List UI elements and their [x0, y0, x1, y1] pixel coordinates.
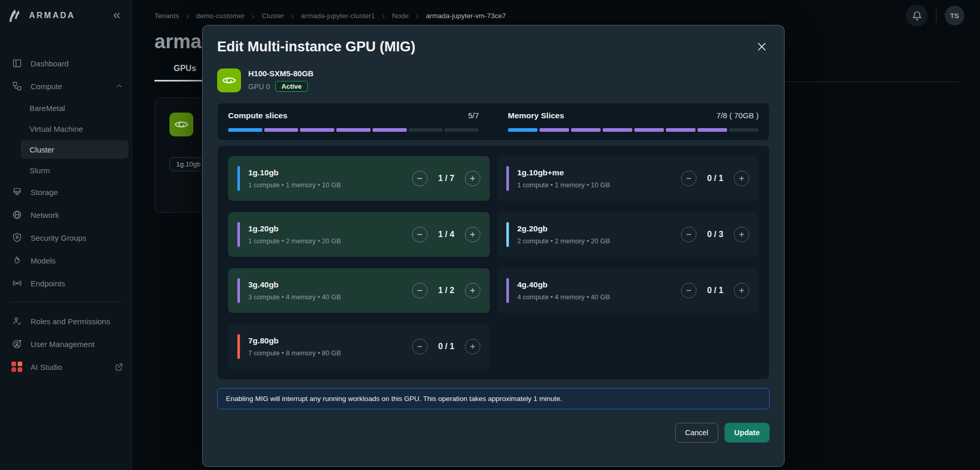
increment-button[interactable] — [465, 171, 480, 186]
notifications-button[interactable] — [906, 5, 928, 26]
sidebar-item-slurm[interactable]: Slurm — [0, 160, 132, 181]
compute-icon — [11, 81, 22, 92]
memory-slices-value: 7/8 ( 70GB ) — [716, 111, 759, 120]
slice-accent-bar — [237, 334, 240, 359]
slice-stepper: 0 / 1 — [412, 339, 480, 354]
minus-icon — [416, 175, 423, 182]
slice-count: 1 / 7 — [432, 174, 461, 183]
brand: ARMADA — [0, 0, 132, 31]
decrement-button[interactable] — [412, 227, 428, 242]
sidebar-item-label: Network — [31, 211, 59, 219]
usage-segment — [336, 128, 371, 132]
slice-stepper: 1 / 7 — [412, 171, 480, 186]
sidebar-item-models[interactable]: Models — [0, 249, 132, 272]
armada-logo-icon — [8, 8, 24, 23]
dashboard-icon — [11, 58, 22, 69]
sidebar-item-label: Cluster — [30, 145, 54, 154]
sidebar-nav: Dashboard Compute BareMetal Virtual Mach… — [0, 31, 132, 378]
increment-button[interactable] — [465, 283, 480, 298]
cancel-button[interactable]: Cancel — [675, 423, 718, 443]
chevron-right-icon — [186, 11, 189, 20]
memory-usage: Memory Slices 7/8 ( 70GB ) — [508, 111, 759, 132]
slice-stepper: 0 / 3 — [681, 227, 749, 242]
sidebar-divider — [9, 302, 122, 302]
increment-button[interactable] — [734, 227, 749, 242]
gpu-name: H100-SXM5-80GB — [248, 69, 314, 78]
sidebar-item-label: BareMetal — [30, 104, 65, 113]
update-button[interactable]: Update — [725, 423, 770, 443]
sidebar-item-virtual-machine[interactable]: Virtual Machine — [0, 118, 132, 139]
breadcrumb-item[interactable]: Tenants — [154, 12, 179, 20]
modal-gpu-info: H100-SXM5-80GB GPU 0 Active — [217, 68, 770, 92]
modal-title: Edit Multi-instance GPU (MIG) — [217, 39, 770, 55]
nvidia-gpu-icon — [169, 113, 193, 136]
decrement-button[interactable] — [681, 227, 697, 242]
sidebar-item-storage[interactable]: Storage — [0, 181, 132, 203]
flame-icon — [11, 255, 22, 266]
increment-button[interactable] — [465, 339, 480, 354]
usage-segment — [634, 128, 664, 132]
radio-signal-icon — [11, 278, 22, 289]
slice-card-2g-20gb: 2g.20gb 2 compute • 2 memory • 20 GB 0 /… — [497, 212, 759, 257]
slice-count: 1 / 2 — [432, 286, 461, 295]
breadcrumb-item[interactable]: Cluster — [262, 12, 284, 20]
sidebar-item-label: Security Groups — [31, 233, 87, 242]
breadcrumb-item[interactable]: demo-customer — [196, 12, 245, 20]
plus-icon — [738, 175, 745, 182]
slice-accent-bar — [237, 222, 240, 247]
increment-button[interactable] — [465, 227, 480, 242]
chevrons-left-icon — [111, 10, 122, 21]
slice-desc: 4 compute • 4 memory • 40 GB — [517, 293, 610, 301]
storage-icon — [11, 187, 22, 198]
plus-icon — [469, 175, 476, 182]
compute-slices-value: 5/7 — [468, 111, 479, 120]
minus-icon — [416, 287, 423, 294]
slice-card-3g-40gb: 3g.40gb 3 compute • 4 memory • 40 GB 1 /… — [228, 268, 490, 313]
sidebar-item-cluster[interactable]: Cluster — [21, 140, 129, 159]
decrement-button[interactable] — [412, 171, 428, 186]
increment-button[interactable] — [734, 283, 749, 298]
sidebar-item-endpoints[interactable]: Endpoints — [0, 272, 132, 295]
sidebar-item-label: Compute — [31, 82, 62, 91]
sidebar-item-label: Storage — [31, 188, 58, 197]
usage-segment — [300, 128, 334, 132]
sidebar-item-label: Virtual Machine — [30, 125, 83, 133]
status-badge: Active — [275, 81, 308, 92]
decrement-button[interactable] — [412, 339, 428, 354]
chevron-right-icon — [382, 11, 385, 20]
sidebar-item-roles-permissions[interactable]: Roles and Permissions — [0, 310, 132, 333]
usage-segment — [539, 128, 569, 132]
slice-card-7g-80gb: 7g.80gb 7 compute • 8 memory • 80 GB 0 /… — [228, 324, 490, 369]
sidebar-item-ai-studio[interactable]: AI Studio — [0, 355, 132, 378]
slice-name: 1g.10gb+me — [517, 168, 610, 177]
user-avatar[interactable]: TS — [945, 6, 964, 25]
sidebar-item-baremetal[interactable]: BareMetal — [0, 98, 132, 118]
ai-studio-icon — [11, 362, 22, 372]
close-button[interactable] — [755, 40, 769, 53]
slice-name: 1g.10gb — [248, 168, 341, 177]
slice-stepper: 0 / 1 — [681, 283, 749, 298]
sidebar-item-dashboard[interactable]: Dashboard — [0, 52, 132, 75]
slice-stepper: 1 / 4 — [412, 227, 480, 242]
slice-accent-bar — [506, 166, 509, 191]
nvidia-gpu-icon — [217, 68, 241, 92]
sidebar-item-compute[interactable]: Compute — [0, 75, 132, 98]
slice-name: 1g.20gb — [248, 224, 341, 233]
sidebar-item-security-groups[interactable]: Security Groups — [0, 226, 132, 249]
sidebar-item-user-management[interactable]: User Management — [0, 333, 132, 355]
sidebar-item-network[interactable]: Network — [0, 203, 132, 226]
edit-mig-modal: Edit Multi-instance GPU (MIG) H100-SXM5-… — [202, 25, 785, 467]
slice-card-1g-20gb: 1g.20gb 1 compute • 2 memory • 20 GB 1 /… — [228, 212, 490, 257]
sidebar-collapse-button[interactable] — [110, 9, 123, 22]
app-root: ARMADA Dashboard Compute BareMetal Virtu… — [0, 0, 980, 470]
decrement-button[interactable] — [681, 283, 697, 298]
breadcrumb-item[interactable]: Node — [392, 12, 408, 20]
close-icon — [756, 41, 768, 52]
topbar-divider — [936, 9, 936, 22]
increment-button[interactable] — [734, 171, 749, 186]
plus-icon — [738, 231, 745, 238]
breadcrumb-item[interactable]: armada-jupyter-cluster1 — [301, 12, 375, 20]
decrement-button[interactable] — [681, 171, 697, 186]
decrement-button[interactable] — [412, 283, 428, 298]
slice-desc: 2 compute • 2 memory • 20 GB — [517, 237, 610, 245]
